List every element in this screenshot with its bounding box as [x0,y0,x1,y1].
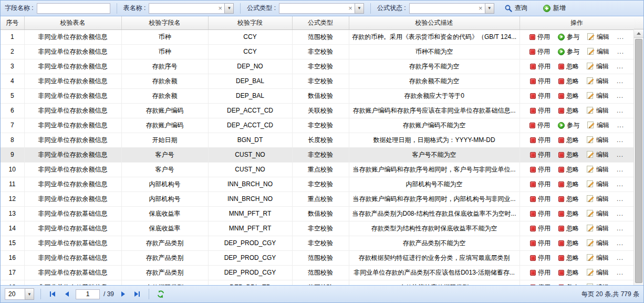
table-row[interactable]: 13 非同业单位存款基础信息 保底收益率 MNM_PFT_RT 数值校验 当存款… [1,206,634,221]
disable-button[interactable]: 停用 [530,136,550,145]
edit-button[interactable]: 编辑 [587,92,609,100]
more-button[interactable]: ... [617,33,624,41]
chevron-down-icon[interactable]: ▼ [485,3,494,14]
table-name-combo[interactable]: × ▼ [149,3,234,14]
scroll-up-button[interactable] [634,29,643,38]
edit-button[interactable]: 编辑 [587,62,609,71]
edit-button[interactable]: 编辑 [587,283,609,286]
disable-button[interactable]: 停用 [530,254,550,262]
disable-button[interactable]: 停用 [530,239,550,248]
page-size-select[interactable]: 20 ▼ [5,288,34,300]
more-button[interactable]: ... [617,48,624,55]
table-row[interactable]: 14 非同业单位存款基础信息 保底收益率 MNM_PFT_RT 非空校验 存款类… [1,221,634,236]
more-button[interactable]: ... [617,269,624,276]
more-button[interactable]: ... [617,284,624,285]
header-formula-type[interactable]: 公式类型 [292,16,349,29]
more-button[interactable]: ... [617,195,624,203]
table-row[interactable]: 16 非同业单位存款基础信息 存款产品类别 DEP_PROD_CGY 范围校验 … [1,250,634,265]
edit-button[interactable]: 编辑 [587,239,609,248]
table-row[interactable]: 9 非同业单位存款余额信息 客户号 CUST_NO 非空校验 客户号不能为空 停… [1,147,634,162]
disable-button[interactable]: 停用 [530,268,550,277]
header-table-name[interactable]: 校验表名 [24,16,121,29]
header-field[interactable]: 校验字段 [208,16,292,29]
more-button[interactable]: ... [617,107,624,114]
header-no[interactable]: 序号 [1,16,24,29]
action2-button[interactable]: 忽略 [558,239,579,248]
action2-button[interactable]: 忽略 [558,136,579,145]
table-row[interactable]: 6 非同业单位存款余额信息 存款账户编码 DEP_ACCT_CD 关联校验 存款… [1,103,634,118]
more-button[interactable]: ... [617,166,624,173]
edit-button[interactable]: 编辑 [587,77,609,86]
table-row[interactable]: 5 非同业单位存款余额信息 存款余额 DEP_BAL 数值校验 存款余额应大于等… [1,88,634,103]
formula-type-combo-input[interactable] [279,3,346,14]
more-button[interactable]: ... [617,151,624,158]
edit-button[interactable]: 编辑 [587,254,609,262]
field-name-input[interactable] [37,3,110,14]
chevron-down-icon[interactable]: ▼ [224,3,234,14]
header-formula-desc[interactable]: 校验公式描述 [349,16,520,29]
search-button[interactable]: 查询 [502,3,531,14]
edit-button[interactable]: 编辑 [587,33,609,42]
next-page-button[interactable] [118,289,128,299]
table-name-combo-input[interactable] [149,3,216,14]
action2-button[interactable]: 参与 [558,33,579,42]
action2-button[interactable]: 忽略 [558,283,579,286]
edit-button[interactable]: 编辑 [587,180,609,189]
table-row[interactable]: 3 非同业单位存款余额信息 存款序号 DEP_NO 非空校验 存款序号不能为空 … [1,59,634,74]
disable-button[interactable]: 停用 [530,209,550,218]
edit-button[interactable]: 编辑 [587,195,609,204]
table-row[interactable]: 2 非同业单位存款余额信息 币种 CCY 非空校验 币种不能为空 停用 参与 [1,44,634,59]
page-number-input[interactable] [76,289,100,299]
action2-button[interactable]: 忽略 [558,106,579,115]
prev-page-button[interactable] [61,289,72,299]
more-button[interactable]: ... [617,210,624,217]
clear-icon[interactable]: × [476,3,485,14]
action2-button[interactable]: 忽略 [558,224,579,233]
edit-button[interactable]: 编辑 [587,150,609,159]
formula-type-combo[interactable]: × ▼ [279,3,364,14]
more-button[interactable]: ... [617,77,624,85]
table-row[interactable]: 12 非同业单位存款余额信息 内部机构号 INN_BRCH_NO 重点校验 当存… [1,191,634,206]
table-row[interactable]: 4 非同业单位存款余额信息 存款余额 DEP_BAL 非空校验 存款余额不能为空… [1,74,634,88]
more-button[interactable]: ... [617,136,624,144]
action2-button[interactable]: 忽略 [558,92,579,100]
edit-button[interactable]: 编辑 [587,136,609,145]
chevron-down-icon[interactable]: ▼ [25,288,34,300]
table-row[interactable]: 1 非同业单位存款余额信息 币种 CCY 范围校验 存款的币种。采用《表示货币和… [1,29,634,44]
edit-button[interactable]: 编辑 [587,224,609,233]
disable-button[interactable]: 停用 [530,62,550,71]
action2-button[interactable]: 忽略 [558,209,579,218]
action2-button[interactable]: 忽略 [558,254,579,262]
action2-button[interactable]: 忽略 [558,195,579,204]
action2-button[interactable]: 忽略 [558,62,579,71]
table-row[interactable]: 15 非同业单位存款基础信息 存款产品类别 DEP_PROD_CGY 非空校验 … [1,236,634,250]
action2-button[interactable]: 忽略 [558,268,579,277]
first-page-button[interactable] [47,289,58,299]
edit-button[interactable]: 编辑 [587,165,609,174]
last-page-button[interactable] [132,289,142,299]
edit-button[interactable]: 编辑 [587,121,609,130]
vertical-scrollbar[interactable] [633,29,643,285]
scrollbar-thumb[interactable] [635,39,642,283]
action2-button[interactable]: 忽略 [558,165,579,174]
header-field-name[interactable]: 校验字段名 [121,16,208,29]
disable-button[interactable]: 停用 [530,106,550,115]
table-row[interactable]: 7 非同业单位存款余额信息 存款账户编码 DEP_ACCT_CD 非空校验 存款… [1,118,634,133]
action2-button[interactable]: 参与 [558,47,579,56]
action2-button[interactable]: 忽略 [558,180,579,189]
table-row[interactable]: 18 非同业单位存款基础信息 存款期限类型 DEP_DDL_TP 范围校验 存款… [1,280,634,285]
clear-icon[interactable]: × [346,3,355,14]
add-button[interactable]: 新增 [540,3,569,14]
table-row[interactable]: 8 非同业单位存款余额信息 开始日期 BGN_DT 长度校验 数据处理日期，日期… [1,133,634,147]
table-row[interactable]: 10 非同业单位存款余额信息 客户号 CUST_NO 重点校验 当存款账户编码和… [1,162,634,177]
disable-button[interactable]: 停用 [529,33,550,42]
header-operations[interactable]: 操作 [520,16,634,29]
refresh-button[interactable] [155,289,166,299]
table-row[interactable]: 17 非同业单位存款基础信息 存款产品类别 DEP_PROD_CGY 范围校验 … [1,265,634,280]
more-button[interactable]: ... [617,63,624,70]
more-button[interactable]: ... [617,92,624,99]
disable-button[interactable]: 停用 [530,77,550,86]
more-button[interactable]: ... [617,239,624,247]
clear-icon[interactable]: × [216,3,224,14]
action2-button[interactable]: 参与 [558,121,579,130]
